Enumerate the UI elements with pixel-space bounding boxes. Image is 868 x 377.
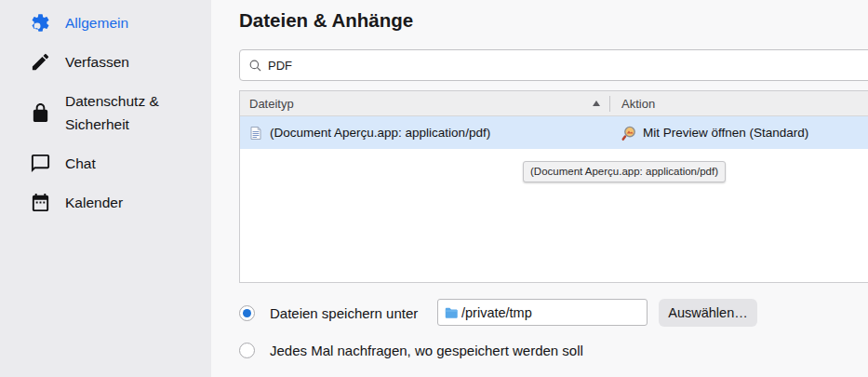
choose-button[interactable]: Auswählen… bbox=[659, 299, 757, 327]
calendar-icon bbox=[30, 192, 51, 213]
page-title: Dateien & Anhänge bbox=[239, 9, 413, 32]
radio-save-under[interactable] bbox=[239, 305, 255, 321]
save-under-option: Dateien speichern unter bbox=[239, 304, 418, 321]
lock-icon bbox=[30, 102, 51, 124]
action-text: Mit Preview öffnen (Standard) bbox=[643, 126, 808, 140]
sidebar-item-label: Chat bbox=[65, 152, 96, 175]
filetype-cell: (Document Aperçu.app: application/pdf) bbox=[240, 116, 609, 149]
column-header-aktion[interactable]: Aktion bbox=[610, 91, 868, 115]
sidebar-item-allgemein[interactable]: Allgemein bbox=[30, 11, 211, 34]
action-cell: Mit Preview öffnen (Standard) bbox=[609, 116, 868, 149]
preview-app-icon bbox=[621, 125, 637, 141]
folder-icon bbox=[444, 305, 459, 320]
search-input[interactable] bbox=[268, 50, 868, 80]
search-icon bbox=[248, 59, 262, 73]
sidebar-item-verfassen[interactable]: Verfassen bbox=[30, 50, 211, 74]
sidebar-item-label: Allgemein bbox=[65, 11, 128, 34]
sidebar-item-datenschutz[interactable]: Datenschutz & Sicherheit bbox=[30, 89, 211, 136]
sidebar-item-label: Kalender bbox=[65, 191, 123, 214]
tooltip: (Document Aperçu.app: application/pdf) bbox=[523, 161, 726, 182]
search-box bbox=[239, 49, 868, 81]
attachments-table: Dateityp Aktion bbox=[239, 90, 868, 283]
main-panel: Dateien & Anhänge Dateityp Aktion bbox=[211, 0, 868, 377]
table-row[interactable]: (Document Aperçu.app: application/pdf) M… bbox=[240, 116, 868, 149]
column-header-label: Aktion bbox=[621, 97, 655, 111]
sidebar-item-label: Datenschutz & Sicherheit bbox=[65, 89, 188, 136]
sidebar-item-label: Verfassen bbox=[65, 50, 129, 74]
pencil-icon bbox=[30, 51, 51, 73]
document-icon bbox=[248, 126, 263, 141]
ask-every-time-label: Jedes Mal nachfragen, wo gespeichert wer… bbox=[270, 343, 583, 358]
filetype-text: (Document Aperçu.app: application/pdf) bbox=[270, 126, 490, 140]
radio-ask-every-time[interactable] bbox=[239, 343, 255, 358]
column-header-dateityp[interactable]: Dateityp bbox=[240, 91, 609, 115]
save-under-label: Dateien speichern unter bbox=[270, 305, 418, 321]
column-header-label: Dateityp bbox=[249, 97, 294, 111]
gear-icon bbox=[30, 12, 51, 34]
table-header: Dateityp Aktion bbox=[240, 91, 868, 116]
sidebar-item-kalender[interactable]: Kalender bbox=[30, 191, 211, 214]
settings-sidebar: Allgemein Verfassen Datenschutz & Sicher… bbox=[0, 0, 211, 377]
ask-every-time-option: Jedes Mal nachfragen, wo gespeichert wer… bbox=[239, 342, 583, 358]
sort-ascending-icon bbox=[593, 101, 600, 106]
chat-icon bbox=[30, 153, 51, 174]
save-path-input[interactable] bbox=[461, 300, 647, 325]
save-path-field bbox=[437, 299, 648, 326]
sidebar-item-chat[interactable]: Chat bbox=[30, 152, 211, 175]
